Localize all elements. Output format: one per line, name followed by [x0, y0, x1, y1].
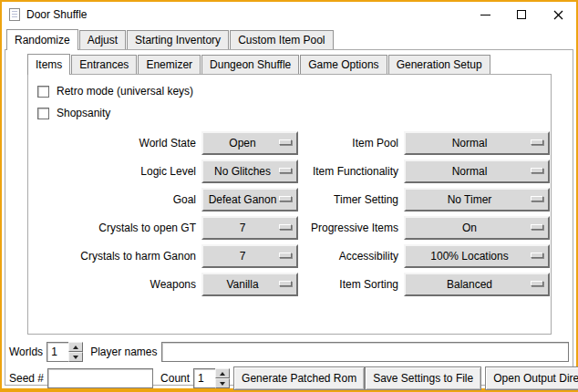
tab-items[interactable]: Items [27, 54, 70, 75]
weapons-value: Vanilla [226, 278, 258, 291]
dropdown-indicator-icon [279, 281, 292, 286]
crystals-harm-ganon-label: Crystals to harm Ganon [36, 250, 201, 263]
tab-game-options[interactable]: Game Options [300, 55, 387, 74]
item-sorting-dropdown[interactable]: Balanced [404, 273, 550, 296]
goal-label: Goal [36, 193, 201, 206]
item-functionality-dropdown[interactable]: Normal [404, 160, 550, 183]
tab-entrances[interactable]: Entrances [71, 55, 137, 74]
count-label: Count [160, 372, 190, 385]
item-pool-value: Normal [452, 137, 488, 150]
retro-mode-checkbox-box[interactable] [37, 86, 49, 98]
tab-dungeon-shuffle[interactable]: Dungeon Shuffle [201, 55, 299, 74]
titlebar: Door Shuffle [2, 2, 576, 27]
dropdown-indicator-icon [531, 139, 543, 145]
save-settings-button[interactable]: Save Settings to File [365, 366, 481, 390]
bottom-row-2: Seed # Count Generate Patched Rom Save S… [9, 366, 569, 390]
randomize-pane: Items Entrances Enemizer Dungeon Shuffle… [5, 49, 573, 386]
option-row: Timer Setting No Timer [311, 185, 550, 213]
accessibility-dropdown[interactable]: 100% Locations [404, 244, 550, 268]
dropdown-indicator-icon [531, 281, 543, 286]
seed-label: Seed # [9, 372, 44, 385]
timer-setting-dropdown[interactable]: No Timer [404, 188, 550, 211]
minimize-icon [480, 15, 490, 15]
option-row: Weapons Vanilla [36, 270, 311, 298]
minimize-button[interactable] [467, 2, 503, 27]
tab-adjust[interactable]: Adjust [79, 30, 126, 49]
caption-buttons [467, 2, 576, 27]
checkbox-shopsanity[interactable]: Shopsanity [37, 102, 543, 124]
item-pool-dropdown[interactable]: Normal [404, 131, 550, 155]
worlds-down-button[interactable] [68, 352, 83, 362]
option-row: Crystals to open GT 7 [36, 213, 311, 242]
items-pane: Retro mode (universal keys) Shopsanity W… [27, 74, 552, 335]
option-row: Item Functionality Normal [311, 157, 550, 185]
timer-setting-value: No Timer [448, 193, 492, 206]
progressive-items-dropdown[interactable]: On [404, 216, 550, 240]
crystals-harm-ganon-dropdown[interactable]: 7 [201, 244, 298, 268]
options-grid: World State Open Logic Level No Glitches [36, 129, 543, 298]
world-state-dropdown[interactable]: Open [201, 131, 298, 155]
close-icon [553, 10, 563, 20]
logic-level-label: Logic Level [36, 165, 201, 178]
tab-custom-item-pool[interactable]: Custom Item Pool [230, 30, 333, 49]
world-state-label: World State [36, 137, 201, 150]
tab-randomize[interactable]: Randomize [6, 29, 78, 50]
count-input[interactable] [193, 368, 215, 388]
checkbox-retro-mode[interactable]: Retro mode (universal keys) [37, 80, 543, 102]
logic-level-dropdown[interactable]: No Glitches [201, 160, 298, 183]
item-sorting-value: Balanced [447, 278, 492, 291]
dropdown-indicator-icon [279, 253, 292, 258]
player-names-label: Player names [90, 346, 157, 358]
crystals-open-gt-label: Crystals to open GT [36, 222, 201, 234]
dropdown-indicator-icon [531, 253, 543, 258]
crystals-open-gt-dropdown[interactable]: 7 [201, 216, 298, 240]
weapons-label: Weapons [36, 278, 201, 291]
count-spinner [193, 368, 230, 388]
option-row: Accessibility 100% Locations [311, 242, 550, 270]
seed-input[interactable] [47, 368, 153, 388]
options-column-left: World State Open Logic Level No Glitches [36, 129, 311, 298]
tab-enemizer[interactable]: Enemizer [138, 55, 201, 74]
worlds-input[interactable] [46, 342, 68, 362]
crystals-harm-ganon-value: 7 [240, 250, 246, 263]
item-sorting-label: Item Sorting [311, 278, 404, 291]
tab-generation-setup[interactable]: Generation Setup [388, 55, 490, 74]
dropdown-indicator-icon [279, 139, 292, 145]
count-down-button[interactable] [215, 378, 230, 388]
accessibility-value: 100% Locations [430, 250, 508, 263]
tab-starting-inventory[interactable]: Starting Inventory [127, 30, 229, 49]
up-arrow-icon [73, 346, 78, 349]
shopsanity-checkbox-box[interactable] [37, 108, 49, 119]
options-column-right: Item Pool Normal Item Functionality Norm… [311, 129, 550, 298]
generate-patched-rom-button[interactable]: Generate Patched Rom [233, 366, 365, 390]
option-row: Progressive Items On [311, 213, 550, 242]
worlds-label: Worlds [9, 346, 43, 358]
accessibility-label: Accessibility [311, 250, 404, 263]
dropdown-indicator-icon [531, 168, 543, 173]
maximize-button[interactable] [503, 2, 540, 27]
progressive-items-label: Progressive Items [311, 222, 404, 234]
bottom-row-1: Worlds Player names [9, 341, 569, 363]
logic-level-value: No Glitches [214, 165, 271, 178]
retro-mode-label: Retro mode (universal keys) [57, 85, 193, 98]
dropdown-indicator-icon [531, 224, 543, 230]
main-tab-bar: Randomize Adjust Starting Inventory Cust… [2, 29, 576, 49]
world-state-value: Open [229, 137, 255, 150]
up-arrow-icon [220, 372, 225, 376]
player-names-input[interactable] [161, 342, 570, 362]
close-button[interactable] [540, 2, 576, 27]
dropdown-indicator-icon [531, 196, 543, 201]
option-row: Logic Level No Glitches [36, 157, 311, 185]
goal-dropdown[interactable]: Defeat Ganon [201, 188, 298, 211]
worlds-up-button[interactable] [68, 342, 83, 352]
count-up-button[interactable] [215, 368, 230, 378]
open-output-directory-button[interactable]: Open Output Directory [485, 366, 578, 390]
app-icon [9, 8, 20, 21]
maximize-icon [517, 10, 526, 19]
progressive-items-value: On [462, 222, 477, 234]
option-row: Crystals to harm Ganon 7 [36, 242, 311, 270]
sub-tab-bar: Items Entrances Enemizer Dungeon Shuffle… [27, 54, 573, 74]
dropdown-indicator-icon [279, 224, 292, 230]
down-arrow-icon [220, 382, 225, 386]
weapons-dropdown[interactable]: Vanilla [201, 273, 298, 296]
